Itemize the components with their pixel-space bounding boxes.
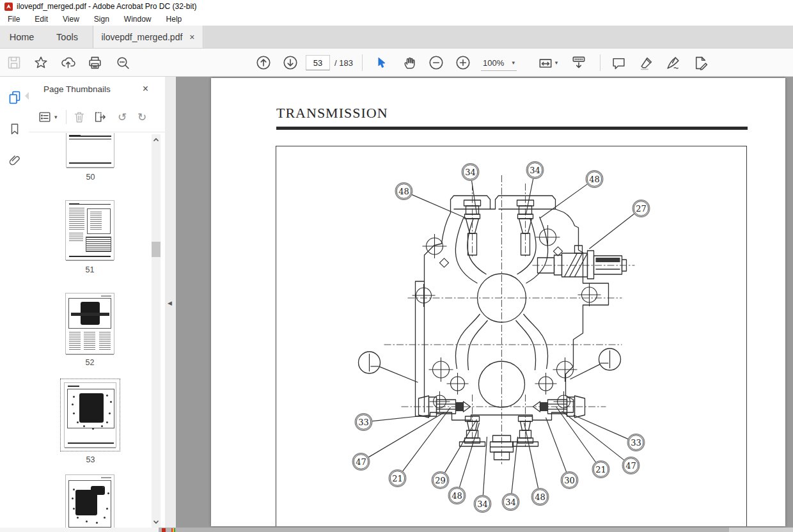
continuous-scroll-icon — [570, 54, 587, 71]
bookmarks-rail-button[interactable] — [8, 122, 22, 139]
panel-divider — [29, 132, 165, 132]
save-button[interactable] — [5, 54, 23, 72]
star-button[interactable] — [32, 54, 50, 72]
transmission-diagram: 4834344827334721294834344830214733 — [276, 146, 747, 526]
chevron-down-icon[interactable]: ▾ — [54, 114, 58, 120]
zoom-in-button[interactable] — [454, 54, 472, 72]
rotate-clockwise-button[interactable]: ↻ — [134, 109, 150, 125]
main-toolbar: / 183 100% ▾ ▾ — [0, 49, 793, 77]
svg-text:21: 21 — [392, 474, 403, 483]
print-button[interactable] — [86, 54, 104, 72]
thumbnail-scrollbar[interactable] — [152, 134, 161, 528]
rotate-counterclockwise-button[interactable]: ↺ — [114, 109, 130, 125]
fit-width-icon — [537, 54, 554, 71]
page-up-icon — [255, 54, 272, 71]
menu-window[interactable]: Window — [116, 15, 159, 24]
svg-text:47: 47 — [625, 461, 636, 471]
thumbnail-page-54[interactable] — [65, 474, 114, 528]
taskbar-acrobat-icon[interactable] — [162, 528, 166, 532]
menu-bar: File Edit View Sign Window Help — [0, 13, 793, 26]
thumbnail-page-52[interactable] — [65, 293, 114, 354]
edit-document-icon — [693, 55, 709, 71]
panel-toolbar-divider — [66, 110, 67, 124]
taskbar-left-segment — [0, 528, 159, 532]
tab-tools[interactable]: Tools — [43, 26, 91, 48]
thumb-decoration — [69, 204, 111, 205]
options-list-icon — [38, 110, 52, 124]
thumb-decoration — [69, 332, 81, 351]
chevron-up-icon — [153, 137, 159, 142]
thumbnail-toolbar: ▾ ↺ ↻ — [29, 107, 165, 128]
taskbar-right-segment — [729, 528, 793, 532]
menu-help[interactable]: Help — [159, 15, 189, 24]
taskbar-browser-icon[interactable] — [171, 528, 175, 532]
svg-text:48: 48 — [451, 491, 462, 501]
thumbnail-options-button[interactable] — [36, 109, 53, 125]
page-scrolling-button[interactable] — [570, 54, 588, 72]
next-page-button[interactable] — [281, 54, 299, 72]
save-icon — [6, 55, 22, 70]
windows-taskbar-edge[interactable] — [0, 528, 793, 532]
thumbnail-label: 50 — [66, 173, 115, 182]
svg-text:48: 48 — [398, 187, 409, 196]
extract-pages-button[interactable] — [91, 109, 108, 125]
menu-file[interactable]: File — [0, 15, 27, 24]
document-viewport[interactable]: TRANSMISSION — [176, 77, 793, 528]
tab-home[interactable]: Home — [0, 26, 43, 48]
scrollbar-thumb[interactable] — [152, 242, 161, 257]
svg-text:47: 47 — [356, 457, 366, 467]
star-icon — [33, 55, 49, 70]
thumb-decoration — [87, 208, 111, 234]
previous-page-button[interactable] — [255, 54, 272, 72]
hand-tool-button[interactable] — [400, 54, 418, 72]
search-icon — [115, 55, 131, 71]
trash-icon — [72, 110, 86, 124]
printer-icon — [87, 55, 103, 71]
scrollbar-down-arrow[interactable] — [152, 517, 161, 527]
svg-text:34: 34 — [477, 499, 488, 509]
zoom-out-button[interactable] — [427, 54, 445, 72]
page-number-input[interactable] — [306, 55, 330, 70]
tab-bar: Home Tools ilovepdf_merged.pdf × — [0, 26, 793, 49]
edit-pdf-button[interactable] — [691, 54, 709, 72]
delete-pages-button[interactable] — [71, 109, 88, 125]
attachments-rail-button[interactable] — [8, 153, 22, 170]
thumb-decoration — [68, 298, 111, 329]
menu-sign[interactable]: Sign — [86, 15, 116, 24]
acrobat-window: { "window": { "title": "ilovepdf_merged.… — [0, 0, 793, 532]
fill-sign-button[interactable] — [664, 54, 682, 72]
menu-edit[interactable]: Edit — [27, 15, 55, 24]
zoom-level-dropdown[interactable]: 100% ▾ — [481, 55, 517, 71]
search-button[interactable] — [114, 54, 132, 72]
scrollbar-up-arrow[interactable] — [152, 135, 161, 145]
thumbnail-page-50[interactable] — [66, 133, 114, 168]
svg-text:30: 30 — [564, 476, 575, 485]
tab-document[interactable]: ilovepdf_merged.pdf × — [93, 26, 203, 48]
menu-view[interactable]: View — [55, 15, 86, 24]
thumb-decoration — [69, 256, 111, 257]
thumbnail-page-53-selected[interactable] — [64, 382, 116, 448]
pdf-page: TRANSMISSION — [211, 78, 785, 526]
page-total-label: / 183 — [334, 58, 353, 68]
fit-width-button[interactable]: ▾ — [537, 54, 558, 72]
panel-close-icon[interactable]: × — [143, 83, 148, 95]
page-thumbnails-rail-button[interactable] — [7, 90, 22, 107]
comment-bubble-icon — [611, 55, 627, 71]
panel-collapse-gutter[interactable]: ◀ — [165, 77, 176, 528]
panel-title: Page Thumbnails — [43, 84, 111, 94]
thumb-decoration — [69, 162, 111, 164]
thumb-decoration — [69, 233, 83, 242]
highlight-button[interactable] — [637, 54, 655, 72]
select-arrow-icon — [375, 56, 389, 70]
share-button[interactable] — [59, 54, 77, 72]
bookmark-icon — [8, 122, 22, 136]
toolbar-divider — [600, 54, 601, 71]
comment-button[interactable] — [609, 54, 627, 72]
select-tool-button[interactable] — [373, 54, 391, 72]
collapse-panel-icon[interactable]: ◀ — [168, 300, 172, 306]
thumbnail-page-51[interactable] — [65, 200, 114, 260]
thumbnail-list: 50 51 — [29, 133, 165, 528]
chevron-down-icon — [153, 520, 159, 524]
tab-close-icon[interactable]: × — [189, 32, 194, 42]
thumb-decoration — [68, 480, 111, 528]
